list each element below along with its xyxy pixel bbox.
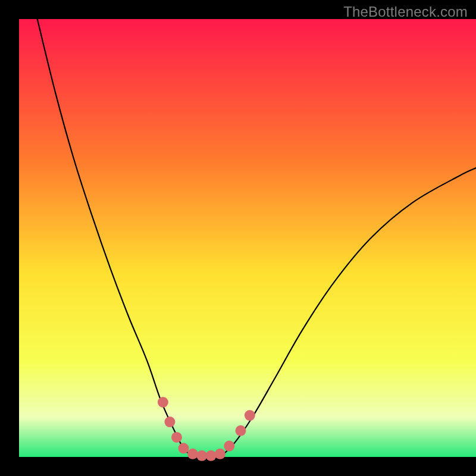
highlight-dot xyxy=(224,441,234,452)
chart-frame: TheBottleneck.com xyxy=(0,0,476,476)
watermark-text: TheBottleneck.com xyxy=(343,4,468,20)
highlight-dot xyxy=(187,449,198,459)
highlight-dot xyxy=(206,450,217,461)
highlight-dot xyxy=(178,443,189,453)
highlight-dot xyxy=(171,432,182,443)
highlight-dot xyxy=(164,416,175,427)
highlight-dot xyxy=(215,449,226,459)
highlight-dot xyxy=(158,397,168,408)
highlight-dot xyxy=(235,425,246,436)
highlight-dot xyxy=(245,410,255,421)
highlight-dot xyxy=(196,450,207,461)
bottleneck-chart xyxy=(0,0,476,476)
plot-background xyxy=(19,19,476,457)
